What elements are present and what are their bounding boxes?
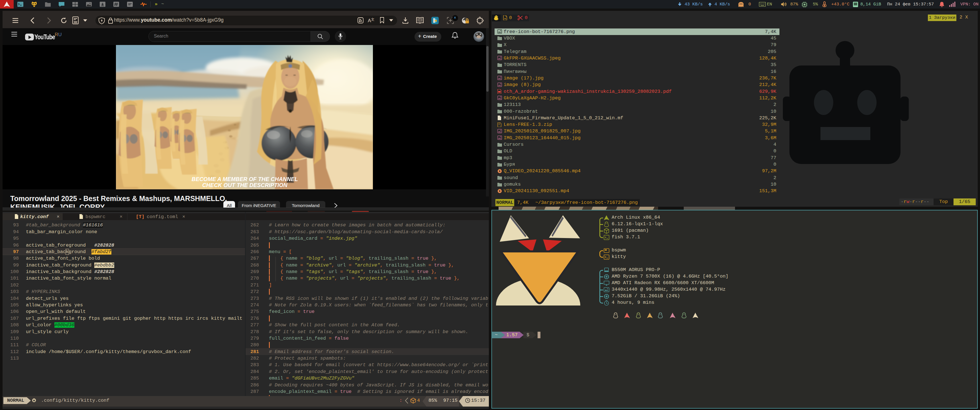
svg-text:CHECK OUT THE DESCRIPTION: CHECK OUT THE DESCRIPTION (202, 182, 288, 188)
svg-text:BECOME A MEMBER OF THE CHANNEL: BECOME A MEMBER OF THE CHANNEL (191, 176, 298, 182)
